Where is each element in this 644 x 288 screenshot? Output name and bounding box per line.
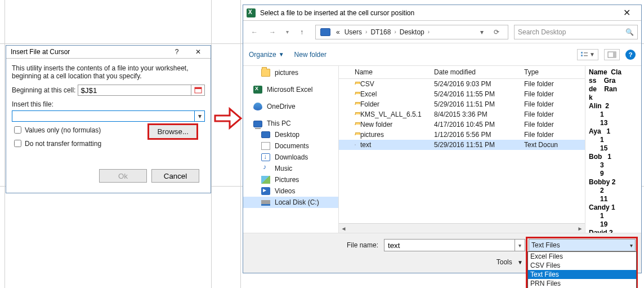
- filter-option[interactable]: Excel Files: [528, 252, 636, 261]
- chevron-down-icon: ▾: [630, 242, 633, 249]
- nav-item-documents[interactable]: Documents: [243, 140, 338, 152]
- search-input[interactable]: Search Desktop 🔍: [514, 25, 638, 39]
- file-row[interactable]: Excel5/24/2016 11:55 PMFile folder: [339, 89, 585, 99]
- file-row[interactable]: pictures1/12/2016 5:56 PMFile folder: [339, 130, 585, 140]
- breadcrumb[interactable]: « Users › DT168 › Desktop › ▾ ⟳: [315, 25, 508, 39]
- file-date: 8/4/2015 3:36 PM: [434, 110, 524, 118]
- file-type: File folder: [524, 100, 580, 108]
- insert-file-input[interactable]: [12, 111, 194, 121]
- chevron-down-icon[interactable]: ▾: [194, 111, 204, 121]
- close-icon[interactable]: ✕: [190, 48, 206, 56]
- file-name-combo[interactable]: ▾: [384, 239, 525, 251]
- column-date[interactable]: Date modified: [434, 68, 524, 76]
- file-type-dropdown[interactable]: Excel FilesCSV FilesText FilesPRN Files: [527, 251, 637, 288]
- help-icon[interactable]: ?: [169, 48, 185, 56]
- scroll-right-icon[interactable]: ►: [575, 224, 585, 233]
- reference-picker-icon[interactable]: [191, 85, 205, 96]
- beginning-cell-input[interactable]: [78, 85, 191, 96]
- nav-recent-icon[interactable]: ▾: [283, 24, 292, 40]
- no-transfer-formatting-checkbox[interactable]: [14, 140, 21, 147]
- chevron-right-icon[interactable]: ›: [364, 29, 368, 35]
- nav-item-music[interactable]: Music: [243, 163, 338, 174]
- file-name-input[interactable]: [384, 240, 515, 251]
- file-name: Folder: [360, 100, 434, 108]
- column-name[interactable]: Name: [343, 68, 434, 76]
- file-type: File folder: [524, 80, 580, 88]
- address-dropdown-icon[interactable]: ▾: [475, 26, 489, 38]
- crumb-user[interactable]: DT168: [368, 28, 393, 36]
- preview-pane: Name Cla ss Gra de Ran k Alin 2 1 13 Aya…: [585, 66, 641, 233]
- chevron-down-icon: ▼: [517, 259, 523, 265]
- folder-icon: [355, 134, 356, 135]
- tools-menu[interactable]: Tools ▼: [497, 258, 523, 266]
- file-row[interactable]: KMS_VL_ALL_6.5.18/4/2015 3:36 PMFile fol…: [339, 109, 585, 119]
- help-icon[interactable]: ?: [625, 50, 636, 60]
- preview-pane-button[interactable]: [604, 49, 620, 60]
- file-type-filter[interactable]: Text Files ▾: [529, 239, 636, 251]
- view-options-button[interactable]: ▼: [577, 49, 598, 60]
- file-row[interactable]: text5/29/2016 11:51 PMText Docun: [339, 140, 585, 150]
- file-date: 5/29/2016 11:51 PM: [434, 100, 524, 108]
- nav-item-downloads[interactable]: Downloads: [243, 152, 338, 163]
- nav-up-icon[interactable]: ↑: [294, 24, 310, 40]
- chevron-down-icon: ▼: [279, 51, 284, 57]
- refresh-icon[interactable]: ⟳: [490, 26, 503, 38]
- crumb-users[interactable]: Users: [342, 28, 364, 36]
- horizontal-scrollbar[interactable]: ◄ ►: [339, 223, 585, 233]
- filter-option[interactable]: CSV Files: [528, 261, 636, 270]
- file-date: 1/12/2016 5:56 PM: [434, 131, 524, 139]
- file-row[interactable]: CSV5/24/2016 9:03 PMFile folder: [339, 79, 585, 89]
- no-transfer-formatting-label: Do not transfer formatting: [25, 140, 101, 148]
- filter-selected-label: Text Files: [531, 241, 560, 249]
- file-name: pictures: [360, 131, 434, 139]
- organize-menu[interactable]: Organize ▼: [249, 51, 284, 59]
- ok-button[interactable]: Ok: [99, 169, 147, 183]
- file-date: 5/24/2016 11:55 PM: [434, 90, 524, 98]
- crumb-desktop[interactable]: Desktop: [397, 28, 427, 36]
- column-type[interactable]: Type: [524, 68, 580, 76]
- file-date: 4/17/2016 10:45 PM: [434, 121, 524, 129]
- values-only-checkbox[interactable]: [14, 126, 21, 134]
- nav-back-icon[interactable]: ←: [247, 24, 262, 40]
- file-row[interactable]: New folder4/17/2016 10:45 PMFile folder: [339, 119, 585, 130]
- file-row[interactable]: Folder5/29/2016 11:51 PMFile folder: [339, 99, 585, 109]
- nav-item-pictures[interactable]: pictures: [243, 67, 338, 78]
- nav-item-videos[interactable]: Videos: [243, 185, 338, 197]
- nav-item-desktop[interactable]: Desktop: [243, 129, 338, 140]
- desktop-icon: [261, 131, 270, 138]
- folder-icon: [355, 124, 356, 125]
- navigation-pane[interactable]: pictures Microsoft Excel OneDrive This P…: [243, 66, 339, 233]
- browse-button[interactable]: Browse...: [147, 123, 198, 140]
- nav-item-excel[interactable]: Microsoft Excel: [243, 84, 338, 95]
- chevron-right-icon[interactable]: ›: [427, 29, 431, 35]
- crumb-prefix[interactable]: «: [334, 28, 342, 36]
- nav-item-this-pc[interactable]: This PC: [243, 118, 338, 129]
- picker-title-bar: Select a file to be inserted at the cell…: [243, 5, 641, 21]
- nav-item-localdisk[interactable]: Local Disk (C:): [243, 197, 338, 208]
- dialog-file-picker: Select a file to be inserted at the cell…: [243, 5, 642, 273]
- chevron-right-icon[interactable]: ›: [393, 29, 397, 35]
- picker-title: Select a file to be inserted at the cell…: [260, 9, 615, 17]
- close-icon[interactable]: ✕: [615, 7, 638, 18]
- scroll-left-icon[interactable]: ◄: [339, 224, 348, 233]
- excel-icon: [247, 8, 256, 17]
- title-bar: Insert File at Cursor ? ✕: [6, 46, 211, 59]
- insert-file-label: Insert this file:: [12, 100, 205, 108]
- file-type: File folder: [524, 121, 580, 129]
- chevron-down-icon[interactable]: ▾: [515, 240, 525, 251]
- dialog-title: Insert File at Cursor: [11, 48, 70, 56]
- file-date: 5/24/2016 9:03 PM: [434, 80, 524, 88]
- filter-option[interactable]: PRN Files: [528, 279, 636, 288]
- insert-file-combo[interactable]: ▾: [12, 110, 205, 122]
- file-date: 5/29/2016 11:51 PM: [434, 141, 524, 149]
- documents-icon: [261, 142, 270, 150]
- file-list[interactable]: Name Date modified Type CSV5/24/2016 9:0…: [339, 66, 585, 233]
- content-area: pictures Microsoft Excel OneDrive This P…: [243, 66, 641, 233]
- cancel-button[interactable]: Cancel: [151, 169, 199, 183]
- nav-forward-icon[interactable]: →: [265, 24, 280, 40]
- svg-rect-7: [613, 52, 616, 57]
- nav-item-pictures2[interactable]: Pictures: [243, 174, 338, 185]
- nav-item-onedrive[interactable]: OneDrive: [243, 101, 338, 112]
- filter-option[interactable]: Text Files: [528, 270, 636, 279]
- new-folder-button[interactable]: New folder: [294, 51, 327, 59]
